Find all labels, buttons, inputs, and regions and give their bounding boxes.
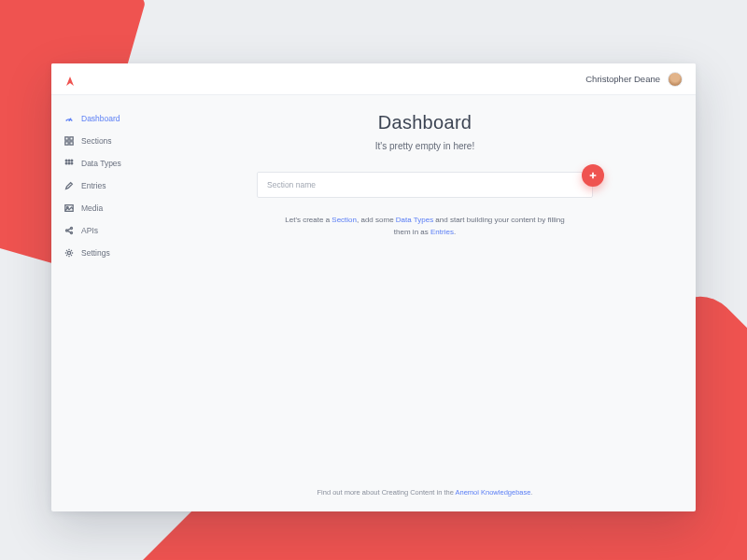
footer-segment: Find out more about Creating Content in … <box>317 488 456 497</box>
footer-segment: . <box>530 488 532 497</box>
svg-point-16 <box>67 251 70 254</box>
add-section-button[interactable] <box>582 164 604 187</box>
section-name-input[interactable] <box>257 172 593 198</box>
app-logo-icon <box>64 74 76 85</box>
hint-segment: . <box>454 228 456 236</box>
sidebar-item-entries[interactable]: Entries <box>61 175 145 196</box>
footer-link-knowledgebase[interactable]: Anemoi Knowledgebase <box>456 488 531 497</box>
svg-rect-3 <box>65 142 68 145</box>
hint-link-section[interactable]: Section <box>331 216 357 224</box>
hint-segment: Let's create a <box>285 216 331 224</box>
user-block[interactable]: Christopher Deane <box>585 72 683 87</box>
page-subtitle: It's pretty empty in here! <box>375 141 474 151</box>
sidebar-item-label: APIs <box>81 226 98 235</box>
svg-rect-1 <box>65 137 68 140</box>
footer-text: Find out more about Creating Content in … <box>182 488 668 497</box>
sidebar-item-dashboard[interactable]: Dashboard <box>61 108 145 129</box>
grid-icon <box>64 136 74 146</box>
page-title: Dashboard <box>378 112 472 133</box>
hint-link-entries[interactable]: Entries <box>430 228 454 236</box>
sidebar-item-apis[interactable]: APIs <box>61 220 145 241</box>
avatar-icon <box>668 72 683 87</box>
user-name: Christopher Deane <box>585 74 660 84</box>
svg-point-9 <box>68 162 70 164</box>
dots-grid-icon <box>64 159 74 168</box>
svg-point-10 <box>71 162 73 164</box>
sidebar-item-label: Entries <box>81 181 106 190</box>
svg-point-7 <box>71 160 73 161</box>
svg-point-6 <box>68 160 70 161</box>
speedometer-icon <box>64 114 74 123</box>
sidebar-item-settings[interactable]: Settings <box>61 243 145 263</box>
svg-rect-2 <box>70 137 73 140</box>
pencil-icon <box>64 181 74 190</box>
svg-point-8 <box>65 162 67 164</box>
sidebar-item-label: Dashboard <box>81 114 120 123</box>
gear-icon <box>64 248 74 258</box>
hint-link-data-types[interactable]: Data Types <box>396 216 433 224</box>
hint-segment: , add some <box>357 216 396 224</box>
sidebar-item-sections[interactable]: Sections <box>61 131 145 151</box>
image-icon <box>64 203 74 213</box>
svg-rect-4 <box>70 142 73 145</box>
sidebar-item-label: Media <box>81 203 103 213</box>
sidebar-item-label: Settings <box>81 248 110 258</box>
topbar: Christopher Deane <box>51 63 696 95</box>
footer: Find out more about Creating Content in … <box>182 477 668 511</box>
hint-text: Let's create a Section, add some Data Ty… <box>285 215 565 239</box>
section-input-row <box>257 172 593 198</box>
app-window: Christopher Deane Dashboard Sections <box>51 63 696 511</box>
sidebar-item-label: Data Types <box>81 159 121 168</box>
share-icon <box>64 226 74 235</box>
sidebar: Dashboard Sections Data Types <box>51 95 154 511</box>
sidebar-item-data-types[interactable]: Data Types <box>61 153 145 174</box>
main-content: Dashboard It's pretty empty in here! Let… <box>154 95 696 511</box>
sidebar-item-label: Sections <box>81 136 112 146</box>
plus-icon <box>588 169 598 183</box>
sidebar-item-media[interactable]: Media <box>61 198 145 218</box>
svg-point-5 <box>65 160 67 161</box>
